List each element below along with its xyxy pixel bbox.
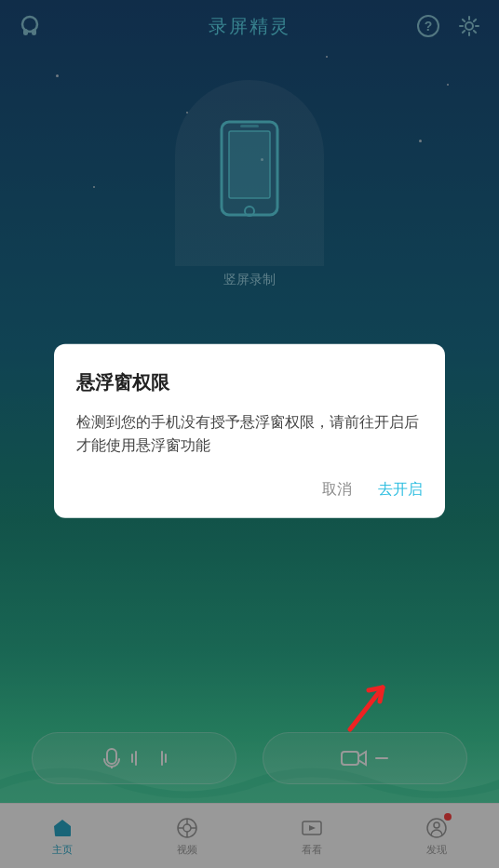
dialog-actions: 取消 去开启 — [76, 479, 423, 499]
permission-dialog: 悬浮窗权限 检测到您的手机没有授予悬浮窗权限，请前往开启后才能使用悬浮窗功能 取… — [54, 343, 445, 517]
dialog-title: 悬浮窗权限 — [76, 369, 423, 394]
dialog-body: 检测到您的手机没有授予悬浮窗权限，请前往开启后才能使用悬浮窗功能 — [76, 409, 423, 457]
red-arrow-indicator — [331, 664, 406, 742]
confirm-button[interactable]: 去开启 — [378, 479, 423, 499]
cancel-button[interactable]: 取消 — [322, 479, 352, 499]
